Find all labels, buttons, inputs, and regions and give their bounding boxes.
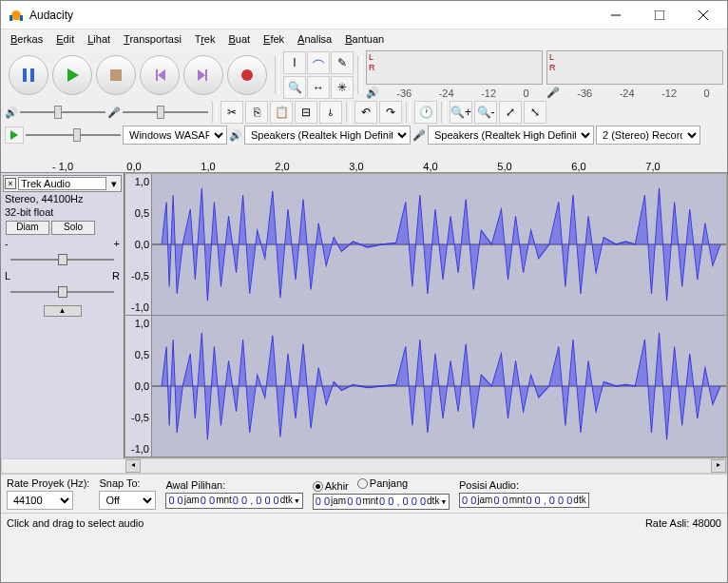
scroll-left-button[interactable]: ◂ [125, 459, 141, 473]
app-icon [9, 8, 24, 23]
menu-efek[interactable]: Efek [258, 31, 290, 47]
skip-start-button[interactable] [140, 55, 180, 95]
audio-position-label: Posisi Audio: [459, 479, 589, 491]
snap-to-select[interactable]: Off [99, 491, 156, 510]
svg-rect-7 [30, 68, 34, 82]
output-device-select[interactable]: Speakers (Realtek High Definit [244, 126, 411, 145]
svg-rect-0 [10, 15, 12, 21]
trim-button[interactable]: ⊟ [295, 101, 317, 124]
status-bar: Click and drag to select audio Rate Asli… [1, 513, 727, 532]
menu-analisa[interactable]: Analisa [292, 31, 337, 47]
input-device-icon: 🎤 [412, 129, 426, 142]
close-button[interactable] [681, 1, 725, 29]
play-at-speed-button[interactable] [5, 126, 24, 144]
maximize-button[interactable] [638, 1, 681, 29]
selection-end-time[interactable]: 0 0jam0 0mnt0 0 , 0 0 0dtk▾ [313, 494, 450, 510]
minimize-button[interactable] [594, 1, 638, 29]
paste-button[interactable]: 📋 [270, 101, 293, 124]
record-button[interactable] [227, 55, 267, 95]
skip-end-button[interactable] [183, 55, 223, 95]
menu-berkas[interactable]: Berkas [5, 31, 48, 47]
mic-icon: 🎤 [546, 87, 560, 99]
horizontal-scrollbar[interactable]: ◂ ▸ [1, 458, 727, 474]
waveform-right-channel[interactable] [152, 316, 726, 457]
y-scale-left: 1,00,50,0-0,5-1,0 [125, 174, 152, 315]
input-device-select[interactable]: Speakers (Realtek High Definit [428, 126, 594, 145]
fit-selection-button[interactable]: ⤢ [499, 101, 522, 124]
timeshift-tool[interactable]: ↔ [307, 76, 330, 99]
svg-rect-6 [23, 68, 27, 82]
track-close-button[interactable]: × [5, 178, 16, 189]
track-depth: 32-bit float [3, 205, 122, 219]
audio-host-select[interactable]: Windows WASAP [123, 126, 227, 145]
title-bar: Audacity [1, 1, 727, 29]
fit-project-button[interactable]: ⤡ [524, 101, 546, 124]
record-meter[interactable]: LR [366, 50, 543, 85]
speaker-icon: 🔊 [366, 87, 379, 99]
track-format: Stereo, 44100Hz [3, 192, 122, 205]
snap-to-label: Snap To: [99, 477, 156, 489]
svg-point-9 [241, 69, 253, 81]
track-collapse-button[interactable]: ▲ [44, 305, 82, 317]
play-speed-slider[interactable] [26, 126, 121, 144]
actual-rate: Rate Asli: 48000 [645, 517, 721, 529]
transport-toolbar [5, 51, 271, 99]
project-rate-label: Rate Proyek (Hz): [7, 477, 89, 489]
selection-start-label: Awal Pilihan: [165, 479, 302, 491]
selection-tool[interactable]: I [283, 51, 306, 74]
track-control-panel: × Trek Audio ▾ Stereo, 44100Hz 32-bit fl… [1, 173, 125, 458]
record-vol-icon: 🎤 [107, 107, 121, 119]
undo-button[interactable]: ↶ [354, 101, 377, 124]
playback-vol-icon: 🔊 [5, 107, 18, 119]
svg-rect-3 [655, 10, 664, 20]
envelope-tool[interactable] [307, 51, 330, 74]
menu-bantuan[interactable]: Bantuan [339, 31, 390, 47]
pan-slider[interactable] [3, 282, 122, 301]
waveform-left-channel[interactable] [152, 174, 726, 315]
copy-button[interactable]: ⎘ [245, 101, 268, 124]
timeline-ruler[interactable]: - 1,0 0,0 1,0 2,0 3,0 4,0 5,0 6,0 7,0 [1, 148, 727, 173]
selection-toolbar: Rate Proyek (Hz): 44100 Snap To: Off Awa… [1, 474, 727, 513]
status-message: Click and drag to select audio [7, 517, 144, 529]
play-button[interactable] [52, 55, 92, 95]
menu-trek[interactable]: Trek [189, 31, 221, 47]
zoom-tool[interactable]: 🔍 [283, 76, 306, 99]
redo-button[interactable]: ↷ [379, 101, 402, 124]
sync-lock-button[interactable]: 🕐 [414, 101, 437, 124]
waveform-display[interactable]: 1,00,50,0-0,5-1,0 1,00,50,0-0,5-1,0 [125, 173, 727, 458]
svg-rect-1 [20, 15, 23, 21]
selection-start-time[interactable]: 0 0jam0 0mnt0 0 , 0 0 0dtk▾ [165, 493, 302, 509]
mute-button[interactable]: Diam [6, 221, 49, 235]
solo-button[interactable]: Solo [51, 221, 95, 235]
menu-edit[interactable]: Edit [50, 31, 80, 47]
selection-end-radio[interactable]: Akhir [313, 480, 349, 492]
playback-volume-slider[interactable] [20, 104, 105, 121]
zoom-out-button[interactable]: 🔍- [474, 101, 497, 124]
stop-button[interactable] [96, 55, 136, 95]
silence-button[interactable]: ⫰ [319, 101, 342, 124]
svg-rect-8 [110, 69, 122, 81]
multi-tool[interactable]: ✳ [331, 76, 354, 99]
cut-button[interactable]: ✂ [220, 101, 243, 124]
menu-buat[interactable]: Buat [222, 31, 256, 47]
record-volume-slider[interactable] [123, 104, 208, 121]
channels-select[interactable]: 2 (Stereo) Record [596, 126, 700, 145]
project-rate-select[interactable]: 44100 [7, 491, 73, 510]
draw-tool[interactable]: ✎ [331, 51, 354, 74]
output-device-icon: 🔊 [229, 129, 242, 142]
window-title: Audacity [29, 9, 594, 22]
menu-transportasi[interactable]: Transportasi [118, 31, 187, 47]
track-area: × Trek Audio ▾ Stereo, 44100Hz 32-bit fl… [1, 173, 727, 458]
gain-slider[interactable] [3, 250, 122, 269]
zoom-in-button[interactable]: 🔍+ [450, 101, 472, 124]
audio-position-time[interactable]: 0 0jam0 0mnt0 0 , 0 0 0dtk [459, 493, 589, 508]
scroll-right-button[interactable]: ▸ [711, 459, 726, 473]
menu-bar: Berkas Edit Lihat Transportasi Trek Buat… [1, 29, 727, 49]
menu-lihat[interactable]: Lihat [82, 31, 116, 47]
pause-button[interactable] [9, 55, 48, 95]
play-meter[interactable]: LR [546, 50, 723, 85]
track-menu-button[interactable]: ▾ [108, 178, 120, 190]
track-name[interactable]: Trek Audio [18, 177, 106, 190]
selection-length-radio[interactable]: Panjang [357, 477, 408, 489]
y-scale-right: 1,00,50,0-0,5-1,0 [125, 316, 152, 457]
